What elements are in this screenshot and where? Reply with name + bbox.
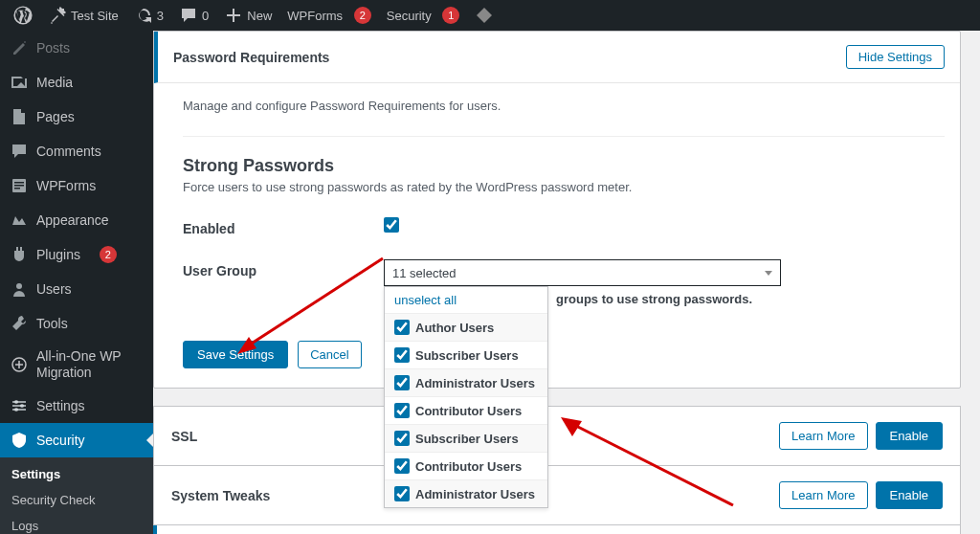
menu-security[interactable]: Security xyxy=(0,423,153,457)
card-intro: Manage and configure Password Requiremen… xyxy=(183,99,945,113)
svg-point-4 xyxy=(16,283,22,289)
new-label: New xyxy=(247,9,272,23)
site-name[interactable]: Test Site xyxy=(40,0,126,31)
save-settings-button[interactable]: Save Settings xyxy=(183,341,288,368)
modules-list: SSL Learn More Enable System Tweaks Lear… xyxy=(153,406,961,534)
option-contributor[interactable]: Contributor Users xyxy=(385,396,547,424)
cancel-button[interactable]: Cancel xyxy=(298,341,361,368)
admin-sidebar: Posts Media Pages Comments WPForms Appea… xyxy=(0,31,153,534)
toolbar-comments[interactable]: 0 xyxy=(171,0,216,31)
toolbar-new[interactable]: New xyxy=(216,0,279,31)
module-wp-salts: WordPress Salts Configure Settings xyxy=(153,525,961,534)
menu-tools[interactable]: Tools xyxy=(0,306,153,341)
submenu-settings[interactable]: Settings xyxy=(0,461,153,487)
menu-migration[interactable]: All-in-One WP Migration xyxy=(0,341,153,389)
user-group-dropdown: unselect all Author Users Subscriber Use… xyxy=(384,286,548,508)
wp-logo[interactable] xyxy=(6,0,40,31)
menu-wpforms[interactable]: WPForms xyxy=(0,168,153,203)
updates[interactable]: 3 xyxy=(126,0,171,31)
toolbar-wpforms[interactable]: WPForms 2 xyxy=(279,0,378,31)
user-group-label: User Group xyxy=(183,259,384,278)
menu-settings[interactable]: Settings xyxy=(0,389,153,423)
svg-rect-3 xyxy=(14,188,20,189)
module-ssl: SSL Learn More Enable xyxy=(153,406,961,466)
menu-appearance[interactable]: Appearance xyxy=(0,203,153,237)
tweaks-enable[interactable]: Enable xyxy=(876,481,943,509)
admin-toolbar: Test Site 3 0 New WPForms 2 Security 1 xyxy=(0,0,980,31)
svg-point-10 xyxy=(20,404,24,408)
ssl-learn-more[interactable]: Learn More xyxy=(779,422,867,450)
select-value: 11 selected xyxy=(392,266,457,280)
svg-rect-2 xyxy=(14,185,24,187)
menu-plugins[interactable]: Plugins 2 xyxy=(0,237,153,272)
menu-comments[interactable]: Comments xyxy=(0,134,153,168)
submenu-logs[interactable]: Logs xyxy=(0,513,153,534)
option-subscriber[interactable]: Subscriber Users xyxy=(385,341,547,368)
toolbar-diamond-icon[interactable] xyxy=(467,0,501,31)
user-group-hint: groups to use strong passwords. xyxy=(556,292,945,306)
section-title: Strong Passwords xyxy=(183,156,945,176)
svg-point-11 xyxy=(14,408,18,412)
menu-users[interactable]: Users xyxy=(0,272,153,306)
menu-media[interactable]: Media xyxy=(0,65,153,100)
chevron-down-icon xyxy=(765,271,772,276)
wpforms-badge: 2 xyxy=(354,7,371,24)
svg-point-9 xyxy=(14,400,18,404)
enabled-checkbox[interactable] xyxy=(384,217,399,233)
option-subscriber-2[interactable]: Subscriber Users xyxy=(385,424,547,452)
submenu-security-check[interactable]: Security Check xyxy=(0,487,153,513)
option-administrator-2[interactable]: Administrator Users xyxy=(385,479,547,507)
unselect-all[interactable]: unselect all xyxy=(385,287,547,313)
svg-rect-1 xyxy=(14,182,24,184)
card-title: Password Requirements xyxy=(173,50,329,65)
enabled-label: Enabled xyxy=(183,217,384,236)
site-name-text: Test Site xyxy=(71,9,119,23)
option-author[interactable]: Author Users xyxy=(385,313,547,341)
hide-settings-button[interactable]: Hide Settings xyxy=(846,45,945,69)
menu-posts[interactable]: Posts xyxy=(0,31,153,65)
option-contributor-2[interactable]: Contributor Users xyxy=(385,452,547,479)
security-submenu: Settings Security Check Logs Go Pro xyxy=(0,457,153,534)
comments-count: 0 xyxy=(202,9,209,23)
toolbar-security[interactable]: Security 1 xyxy=(379,0,468,31)
password-requirements-card: Password Requirements Hide Settings Mana… xyxy=(153,31,961,389)
ssl-enable[interactable]: Enable xyxy=(876,422,943,450)
menu-pages[interactable]: Pages xyxy=(0,100,153,134)
updates-count: 3 xyxy=(157,9,164,23)
content-area: Password Requirements Hide Settings Mana… xyxy=(153,31,980,534)
tweaks-learn-more[interactable]: Learn More xyxy=(779,481,867,509)
module-system-tweaks: System Tweaks Learn More Enable xyxy=(153,466,961,525)
option-administrator[interactable]: Administrator Users xyxy=(385,368,547,396)
security-badge: 1 xyxy=(442,7,459,24)
user-group-select[interactable]: 11 selected xyxy=(384,259,781,286)
section-subtitle: Force users to use strong passwords as r… xyxy=(183,180,945,194)
plugins-badge: 2 xyxy=(100,246,117,263)
